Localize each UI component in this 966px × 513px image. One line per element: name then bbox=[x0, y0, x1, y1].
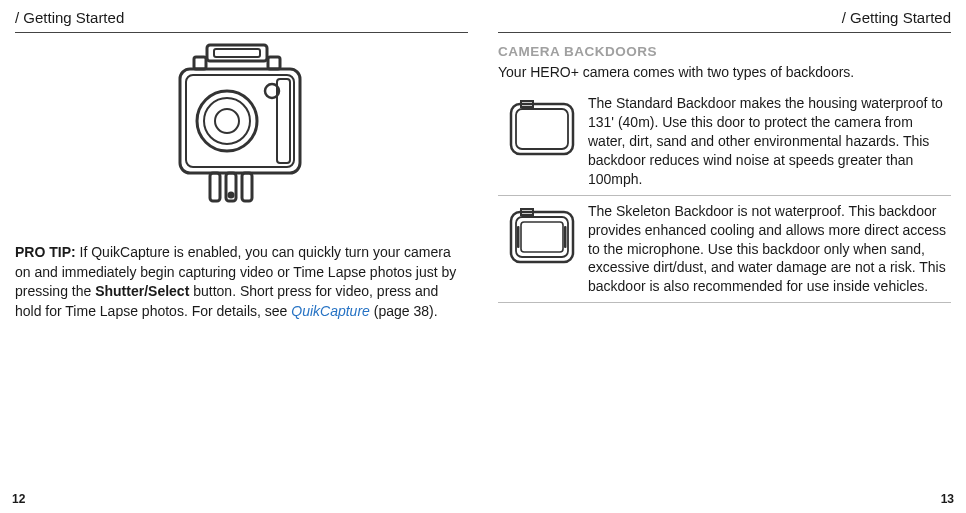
section-heading: CAMERA BACKDOORS bbox=[498, 43, 951, 61]
section-subheading: Your HERO+ camera comes with two types o… bbox=[498, 63, 951, 82]
svg-rect-15 bbox=[511, 104, 573, 154]
page-header-left: / Getting Started bbox=[15, 8, 468, 33]
svg-rect-21 bbox=[564, 226, 567, 248]
svg-point-9 bbox=[215, 109, 239, 133]
pro-tip-text-3: (page 38). bbox=[370, 303, 438, 319]
standard-backdoor-text: The Standard Backdoor makes the housing … bbox=[588, 94, 951, 188]
svg-rect-16 bbox=[516, 109, 568, 149]
svg-rect-20 bbox=[517, 226, 520, 248]
pro-tip-paragraph: PRO TIP: If QuikCapture is enabled, you … bbox=[15, 243, 468, 321]
skeleton-backdoor-text: The Skeleton Backdoor is not waterproof.… bbox=[588, 202, 951, 296]
pro-tip-label: PRO TIP: bbox=[15, 244, 76, 260]
svg-rect-3 bbox=[268, 57, 280, 69]
page-spread: / Getting Started bbox=[0, 0, 966, 513]
svg-rect-1 bbox=[214, 49, 260, 57]
skeleton-backdoor-icon bbox=[498, 202, 588, 268]
table-row: The Standard Backdoor makes the housing … bbox=[498, 88, 951, 195]
svg-rect-18 bbox=[516, 217, 568, 257]
page-number-right: 13 bbox=[941, 491, 954, 507]
page-right: / Getting Started CAMERA BACKDOORS Your … bbox=[483, 0, 966, 513]
svg-rect-11 bbox=[210, 173, 220, 201]
svg-point-7 bbox=[197, 91, 257, 151]
svg-point-14 bbox=[227, 192, 234, 199]
svg-rect-19 bbox=[521, 222, 563, 252]
camera-in-housing-icon bbox=[152, 43, 332, 213]
svg-rect-0 bbox=[207, 45, 267, 61]
table-row: The Skeleton Backdoor is not waterproof.… bbox=[498, 196, 951, 303]
shutter-select-label: Shutter/Select bbox=[95, 283, 189, 299]
quikcapture-link[interactable]: QuikCapture bbox=[291, 303, 370, 319]
page-number-left: 12 bbox=[12, 491, 25, 507]
page-header-right: / Getting Started bbox=[498, 8, 951, 33]
svg-rect-2 bbox=[194, 57, 206, 69]
camera-illustration bbox=[15, 43, 468, 213]
page-left: / Getting Started bbox=[0, 0, 483, 513]
svg-rect-13 bbox=[242, 173, 252, 201]
standard-backdoor-icon bbox=[498, 94, 588, 160]
svg-point-8 bbox=[204, 98, 250, 144]
